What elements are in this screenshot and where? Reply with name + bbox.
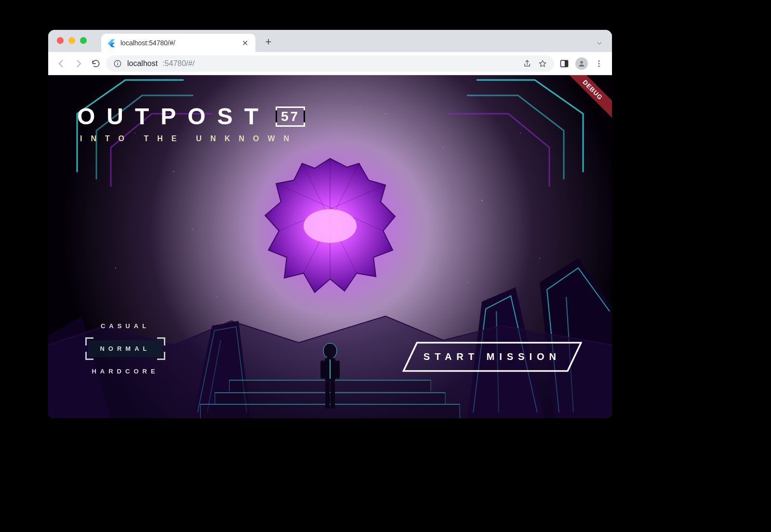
svg-point-20 [409, 234, 410, 235]
svg-rect-37 [325, 382, 330, 409]
crystal-object [258, 154, 402, 298]
svg-point-19 [192, 229, 193, 230]
game-title: OUTPOST [77, 103, 270, 130]
difficulty-hardcore[interactable]: HARDCORE [92, 368, 159, 375]
tab-close-button[interactable]: ✕ [240, 38, 250, 48]
flutter-icon [107, 39, 116, 47]
svg-point-31 [304, 209, 357, 243]
svg-rect-38 [331, 382, 335, 409]
browser-window: localhost:54780/#/ ✕ + ⌵ localhost:54780… [48, 30, 612, 418]
tab-title: localhost:54780/#/ [120, 39, 235, 47]
svg-marker-39 [403, 343, 581, 371]
svg-point-8 [598, 60, 600, 62]
svg-point-17 [481, 200, 483, 201]
svg-point-21 [115, 267, 116, 268]
forward-button[interactable] [71, 56, 86, 71]
difficulty-casual[interactable]: CASUAL [101, 322, 150, 330]
game-title-block: OUTPOST 57 INTO THE UNKNOWN [77, 103, 305, 143]
site-info-icon[interactable] [113, 59, 122, 68]
svg-rect-6 [565, 60, 568, 66]
svg-point-24 [467, 282, 468, 283]
bookmark-icon[interactable] [538, 59, 547, 68]
minimize-window-icon[interactable] [68, 37, 75, 44]
svg-point-9 [598, 63, 600, 64]
svg-point-23 [216, 296, 217, 297]
back-button[interactable] [54, 56, 68, 71]
url-path: :54780/#/ [162, 59, 195, 68]
reload-button[interactable] [89, 56, 103, 71]
new-tab-button[interactable]: + [262, 36, 275, 48]
maximize-window-icon[interactable] [80, 37, 87, 44]
menu-button[interactable] [592, 56, 606, 71]
address-bar[interactable]: localhost:54780/#/ [106, 55, 554, 72]
start-mission-button[interactable]: START MISSION [406, 344, 578, 370]
svg-point-18 [520, 133, 521, 133]
window-controls [57, 37, 87, 44]
share-icon[interactable] [522, 59, 532, 68]
profile-button[interactable] [574, 56, 589, 71]
difficulty-normal[interactable]: NORMAL [88, 340, 162, 357]
toolbar: localhost:54780/#/ [48, 52, 612, 75]
game-title-number: 57 [276, 106, 305, 127]
svg-point-10 [598, 65, 600, 66]
svg-rect-4 [117, 61, 118, 62]
game-subtitle: INTO THE UNKNOWN [77, 134, 305, 143]
svg-point-32 [323, 343, 337, 359]
avatar-icon [575, 57, 588, 70]
svg-point-12 [173, 171, 174, 173]
difficulty-selector: CASUAL NORMAL HARDCORE [82, 322, 169, 375]
browser-tab[interactable]: localhost:54780/#/ ✕ [101, 34, 255, 52]
tab-bar: localhost:54780/#/ ✕ + ⌵ [48, 30, 612, 52]
svg-rect-3 [117, 63, 118, 65]
svg-point-22 [539, 258, 540, 259]
game-viewport: OUTPOST 57 INTO THE UNKNOWN CASUAL NORMA… [48, 75, 612, 418]
svg-point-16 [443, 147, 444, 148]
svg-marker-28 [540, 258, 612, 418]
svg-rect-35 [320, 360, 324, 379]
astronaut-character [316, 341, 345, 413]
debug-banner: DEBUG [559, 75, 612, 123]
url-host: localhost [127, 59, 158, 68]
svg-point-14 [293, 152, 294, 153]
close-window-icon[interactable] [57, 37, 64, 44]
svg-point-7 [580, 61, 583, 63]
tab-overflow-button[interactable]: ⌵ [594, 36, 605, 47]
side-panel-icon[interactable] [557, 56, 572, 71]
svg-point-15 [385, 113, 386, 114]
svg-rect-36 [336, 360, 340, 379]
